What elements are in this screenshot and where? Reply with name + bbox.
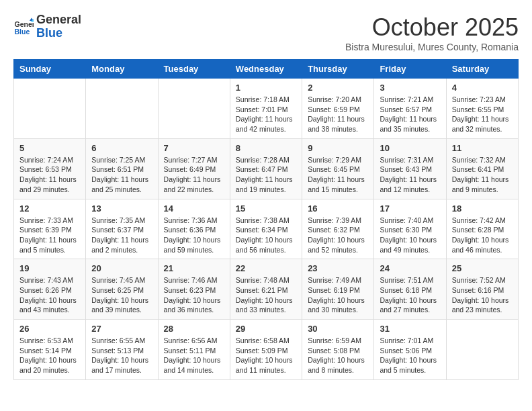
calendar-cell: 17Sunrise: 7:40 AM Sunset: 6:30 PM Dayli… bbox=[374, 199, 446, 259]
title-section: October 2025 Bistra Muresului, Mures Cou… bbox=[345, 13, 519, 52]
calendar-week-1: 1Sunrise: 7:18 AM Sunset: 7:01 PM Daylig… bbox=[14, 79, 519, 139]
calendar-cell: 20Sunrise: 7:45 AM Sunset: 6:25 PM Dayli… bbox=[86, 259, 158, 320]
calendar-week-5: 26Sunrise: 6:53 AM Sunset: 5:14 PM Dayli… bbox=[14, 320, 519, 380]
day-number: 29 bbox=[236, 324, 296, 334]
day-info: Sunrise: 7:23 AM Sunset: 6:55 PM Dayligh… bbox=[452, 95, 513, 134]
day-header-sunday: Sunday bbox=[14, 60, 86, 79]
calendar-cell: 10Sunrise: 7:31 AM Sunset: 6:43 PM Dayli… bbox=[374, 138, 446, 199]
day-number: 31 bbox=[380, 324, 440, 334]
day-info: Sunrise: 6:59 AM Sunset: 5:08 PM Dayligh… bbox=[308, 336, 368, 375]
calendar-cell: 7Sunrise: 7:27 AM Sunset: 6:49 PM Daylig… bbox=[158, 138, 230, 199]
calendar-cell: 28Sunrise: 6:56 AM Sunset: 5:11 PM Dayli… bbox=[158, 320, 230, 380]
day-number: 6 bbox=[91, 143, 152, 153]
day-info: Sunrise: 7:27 AM Sunset: 6:49 PM Dayligh… bbox=[164, 155, 224, 195]
day-info: Sunrise: 7:33 AM Sunset: 6:39 PM Dayligh… bbox=[19, 216, 80, 255]
day-number: 12 bbox=[19, 203, 80, 214]
day-number: 14 bbox=[164, 203, 224, 214]
day-info: Sunrise: 7:39 AM Sunset: 6:32 PM Dayligh… bbox=[308, 216, 368, 255]
day-number: 21 bbox=[164, 263, 224, 273]
day-number: 1 bbox=[236, 83, 296, 93]
calendar-cell: 30Sunrise: 6:59 AM Sunset: 5:08 PM Dayli… bbox=[302, 320, 374, 380]
calendar-cell: 6Sunrise: 7:25 AM Sunset: 6:51 PM Daylig… bbox=[86, 138, 158, 199]
day-header-tuesday: Tuesday bbox=[158, 60, 230, 79]
day-number: 4 bbox=[452, 83, 513, 93]
day-number: 22 bbox=[236, 263, 296, 273]
day-info: Sunrise: 7:49 AM Sunset: 6:19 PM Dayligh… bbox=[308, 275, 368, 315]
calendar-cell: 29Sunrise: 6:58 AM Sunset: 5:09 PM Dayli… bbox=[230, 320, 302, 380]
day-info: Sunrise: 7:36 AM Sunset: 6:36 PM Dayligh… bbox=[164, 216, 224, 255]
logo-blue-text: Blue bbox=[36, 26, 62, 40]
day-info: Sunrise: 7:25 AM Sunset: 6:51 PM Dayligh… bbox=[91, 155, 152, 195]
calendar-week-3: 12Sunrise: 7:33 AM Sunset: 6:39 PM Dayli… bbox=[14, 199, 519, 259]
day-number: 2 bbox=[308, 83, 368, 93]
day-info: Sunrise: 7:28 AM Sunset: 6:47 PM Dayligh… bbox=[236, 155, 296, 195]
day-info: Sunrise: 7:43 AM Sunset: 6:26 PM Dayligh… bbox=[19, 275, 80, 315]
calendar-cell: 3Sunrise: 7:21 AM Sunset: 6:57 PM Daylig… bbox=[374, 79, 446, 139]
logo-general-text: General bbox=[36, 13, 81, 26]
day-info: Sunrise: 7:45 AM Sunset: 6:25 PM Dayligh… bbox=[91, 275, 152, 315]
calendar-cell bbox=[158, 79, 230, 139]
day-number: 7 bbox=[164, 143, 224, 153]
day-number: 16 bbox=[308, 203, 368, 214]
day-info: Sunrise: 7:35 AM Sunset: 6:37 PM Dayligh… bbox=[91, 216, 152, 255]
day-info: Sunrise: 7:21 AM Sunset: 6:57 PM Dayligh… bbox=[380, 95, 440, 134]
day-number: 18 bbox=[452, 203, 513, 214]
day-number: 28 bbox=[164, 324, 224, 334]
day-header-friday: Friday bbox=[374, 60, 446, 79]
day-info: Sunrise: 7:42 AM Sunset: 6:28 PM Dayligh… bbox=[452, 216, 513, 255]
logo: General Blue General Blue bbox=[13, 13, 81, 40]
day-number: 13 bbox=[91, 203, 152, 214]
day-info: Sunrise: 7:20 AM Sunset: 6:59 PM Dayligh… bbox=[308, 95, 368, 134]
calendar-cell: 19Sunrise: 7:43 AM Sunset: 6:26 PM Dayli… bbox=[14, 259, 86, 320]
calendar-cell bbox=[86, 79, 158, 139]
day-info: Sunrise: 7:31 AM Sunset: 6:43 PM Dayligh… bbox=[380, 155, 440, 195]
day-header-monday: Monday bbox=[86, 60, 158, 79]
calendar-cell bbox=[14, 79, 86, 139]
day-number: 11 bbox=[452, 143, 513, 153]
calendar-cell: 9Sunrise: 7:29 AM Sunset: 6:45 PM Daylig… bbox=[302, 138, 374, 199]
calendar-cell bbox=[446, 320, 518, 380]
day-number: 23 bbox=[308, 263, 368, 273]
day-number: 10 bbox=[380, 143, 440, 153]
calendar-cell: 8Sunrise: 7:28 AM Sunset: 6:47 PM Daylig… bbox=[230, 138, 302, 199]
calendar-cell: 26Sunrise: 6:53 AM Sunset: 5:14 PM Dayli… bbox=[14, 320, 86, 380]
calendar-cell: 18Sunrise: 7:42 AM Sunset: 6:28 PM Dayli… bbox=[446, 199, 518, 259]
logo-icon: General Blue bbox=[13, 17, 34, 37]
calendar-cell: 23Sunrise: 7:49 AM Sunset: 6:19 PM Dayli… bbox=[302, 259, 374, 320]
day-info: Sunrise: 7:29 AM Sunset: 6:45 PM Dayligh… bbox=[308, 155, 368, 195]
day-info: Sunrise: 7:18 AM Sunset: 7:01 PM Dayligh… bbox=[236, 95, 296, 134]
calendar-cell: 24Sunrise: 7:51 AM Sunset: 6:18 PM Dayli… bbox=[374, 259, 446, 320]
day-number: 30 bbox=[308, 324, 368, 334]
calendar-cell: 25Sunrise: 7:52 AM Sunset: 6:16 PM Dayli… bbox=[446, 259, 518, 320]
calendar-cell: 12Sunrise: 7:33 AM Sunset: 6:39 PM Dayli… bbox=[14, 199, 86, 259]
day-info: Sunrise: 6:55 AM Sunset: 5:13 PM Dayligh… bbox=[91, 336, 152, 375]
day-header-saturday: Saturday bbox=[446, 60, 518, 79]
day-info: Sunrise: 7:32 AM Sunset: 6:41 PM Dayligh… bbox=[452, 155, 513, 195]
day-info: Sunrise: 7:52 AM Sunset: 6:16 PM Dayligh… bbox=[452, 275, 513, 315]
day-info: Sunrise: 7:40 AM Sunset: 6:30 PM Dayligh… bbox=[380, 216, 440, 255]
calendar-table: SundayMondayTuesdayWednesdayThursdayFrid… bbox=[13, 59, 519, 380]
day-number: 5 bbox=[19, 143, 80, 153]
calendar-cell: 13Sunrise: 7:35 AM Sunset: 6:37 PM Dayli… bbox=[86, 199, 158, 259]
day-info: Sunrise: 7:48 AM Sunset: 6:21 PM Dayligh… bbox=[236, 275, 296, 315]
day-number: 9 bbox=[308, 143, 368, 153]
calendar-cell: 11Sunrise: 7:32 AM Sunset: 6:41 PM Dayli… bbox=[446, 138, 518, 199]
calendar-cell: 5Sunrise: 7:24 AM Sunset: 6:53 PM Daylig… bbox=[14, 138, 86, 199]
calendar-week-2: 5Sunrise: 7:24 AM Sunset: 6:53 PM Daylig… bbox=[14, 138, 519, 199]
day-number: 19 bbox=[19, 263, 80, 273]
day-info: Sunrise: 7:01 AM Sunset: 5:06 PM Dayligh… bbox=[380, 336, 440, 375]
calendar-cell: 22Sunrise: 7:48 AM Sunset: 6:21 PM Dayli… bbox=[230, 259, 302, 320]
day-number: 8 bbox=[236, 143, 296, 153]
day-number: 26 bbox=[19, 324, 80, 334]
day-info: Sunrise: 7:24 AM Sunset: 6:53 PM Dayligh… bbox=[19, 155, 80, 195]
calendar-cell: 31Sunrise: 7:01 AM Sunset: 5:06 PM Dayli… bbox=[374, 320, 446, 380]
calendar-header-row: SundayMondayTuesdayWednesdayThursdayFrid… bbox=[14, 60, 519, 79]
day-info: Sunrise: 6:53 AM Sunset: 5:14 PM Dayligh… bbox=[19, 336, 80, 375]
day-number: 24 bbox=[380, 263, 440, 273]
calendar-cell: 2Sunrise: 7:20 AM Sunset: 6:59 PM Daylig… bbox=[302, 79, 374, 139]
day-number: 20 bbox=[91, 263, 152, 273]
day-number: 17 bbox=[380, 203, 440, 214]
calendar-cell: 21Sunrise: 7:46 AM Sunset: 6:23 PM Dayli… bbox=[158, 259, 230, 320]
month-title: October 2025 bbox=[345, 13, 519, 42]
calendar-cell: 14Sunrise: 7:36 AM Sunset: 6:36 PM Dayli… bbox=[158, 199, 230, 259]
